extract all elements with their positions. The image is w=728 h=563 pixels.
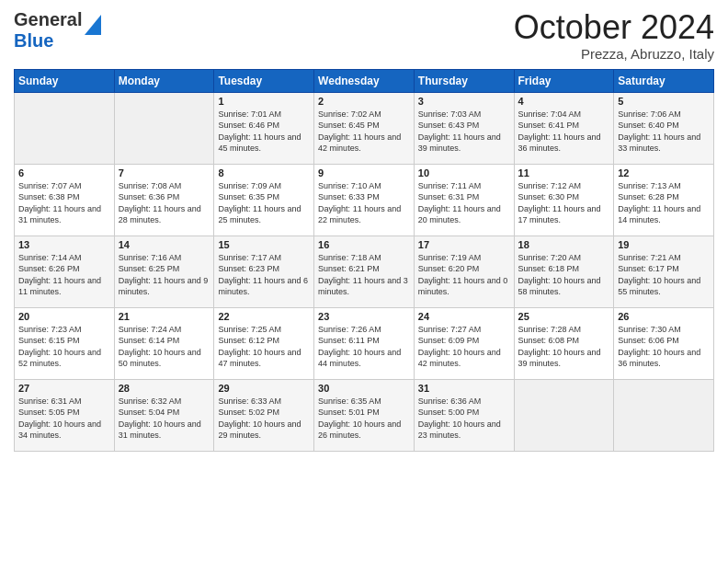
week-row-3: 13Sunrise: 7:14 AM Sunset: 6:26 PM Dayli… xyxy=(15,236,714,307)
day-detail: Sunrise: 7:20 AM Sunset: 6:18 PM Dayligh… xyxy=(518,252,610,298)
day-detail: Sunrise: 7:13 AM Sunset: 6:28 PM Dayligh… xyxy=(618,180,710,226)
day-number: 29 xyxy=(218,383,310,394)
day-number: 7 xyxy=(119,167,210,178)
day-number: 13 xyxy=(18,239,110,250)
calendar-cell: 13Sunrise: 7:14 AM Sunset: 6:26 PM Dayli… xyxy=(15,236,115,307)
calendar-cell: 25Sunrise: 7:28 AM Sunset: 6:08 PM Dayli… xyxy=(514,307,614,379)
calendar-cell: 4Sunrise: 7:04 AM Sunset: 6:41 PM Daylig… xyxy=(514,92,614,164)
weekday-header-monday: Monday xyxy=(114,69,214,92)
day-number: 30 xyxy=(318,383,410,394)
weekday-header-thursday: Thursday xyxy=(414,69,514,92)
calendar-cell: 26Sunrise: 7:30 AM Sunset: 6:06 PM Dayli… xyxy=(614,307,714,379)
calendar-cell: 31Sunrise: 6:36 AM Sunset: 5:00 PM Dayli… xyxy=(414,379,514,451)
week-row-5: 27Sunrise: 6:31 AM Sunset: 5:05 PM Dayli… xyxy=(15,379,714,451)
day-detail: Sunrise: 7:01 AM Sunset: 6:46 PM Dayligh… xyxy=(218,109,310,155)
logo-text: General Blue xyxy=(14,9,82,52)
header: General Blue October 2024 Prezza, Abruzz… xyxy=(14,9,714,62)
day-detail: Sunrise: 6:33 AM Sunset: 5:02 PM Dayligh… xyxy=(218,396,310,442)
day-number: 4 xyxy=(518,96,610,107)
day-number: 14 xyxy=(119,239,210,250)
calendar-cell: 3Sunrise: 7:03 AM Sunset: 6:43 PM Daylig… xyxy=(414,92,514,164)
day-detail: Sunrise: 6:35 AM Sunset: 5:01 PM Dayligh… xyxy=(318,396,410,442)
weekday-header-saturday: Saturday xyxy=(614,69,714,92)
month-title: October 2024 xyxy=(514,9,714,46)
calendar-cell: 12Sunrise: 7:13 AM Sunset: 6:28 PM Dayli… xyxy=(614,164,714,236)
day-detail: Sunrise: 6:36 AM Sunset: 5:00 PM Dayligh… xyxy=(418,396,510,442)
day-detail: Sunrise: 7:21 AM Sunset: 6:17 PM Dayligh… xyxy=(618,252,710,298)
day-number: 16 xyxy=(318,239,410,250)
day-number: 6 xyxy=(18,167,110,178)
calendar-cell xyxy=(15,92,115,164)
calendar-cell: 19Sunrise: 7:21 AM Sunset: 6:17 PM Dayli… xyxy=(614,236,714,307)
day-number: 11 xyxy=(518,167,610,178)
day-number: 28 xyxy=(119,383,210,394)
day-number: 27 xyxy=(18,383,110,394)
day-detail: Sunrise: 7:03 AM Sunset: 6:43 PM Dayligh… xyxy=(418,109,510,155)
day-detail: Sunrise: 7:09 AM Sunset: 6:35 PM Dayligh… xyxy=(218,180,310,226)
day-detail: Sunrise: 7:30 AM Sunset: 6:06 PM Dayligh… xyxy=(618,324,710,370)
calendar-cell: 22Sunrise: 7:25 AM Sunset: 6:12 PM Dayli… xyxy=(214,307,314,379)
day-number: 15 xyxy=(218,239,310,250)
calendar-cell: 27Sunrise: 6:31 AM Sunset: 5:05 PM Dayli… xyxy=(15,379,115,451)
calendar-cell: 15Sunrise: 7:17 AM Sunset: 6:23 PM Dayli… xyxy=(214,236,314,307)
calendar-cell: 24Sunrise: 7:27 AM Sunset: 6:09 PM Dayli… xyxy=(414,307,514,379)
day-number: 23 xyxy=(318,311,410,322)
calendar-cell: 11Sunrise: 7:12 AM Sunset: 6:30 PM Dayli… xyxy=(514,164,614,236)
day-detail: Sunrise: 7:04 AM Sunset: 6:41 PM Dayligh… xyxy=(518,109,610,155)
logo-general: General xyxy=(14,9,82,29)
day-number: 19 xyxy=(618,239,710,250)
day-number: 22 xyxy=(218,311,310,322)
day-detail: Sunrise: 7:11 AM Sunset: 6:31 PM Dayligh… xyxy=(418,180,510,226)
calendar-table: SundayMondayTuesdayWednesdayThursdayFrid… xyxy=(14,69,714,452)
day-detail: Sunrise: 7:25 AM Sunset: 6:12 PM Dayligh… xyxy=(218,324,310,370)
calendar-cell: 2Sunrise: 7:02 AM Sunset: 6:45 PM Daylig… xyxy=(314,92,415,164)
calendar-cell: 10Sunrise: 7:11 AM Sunset: 6:31 PM Dayli… xyxy=(414,164,514,236)
calendar-cell: 23Sunrise: 7:26 AM Sunset: 6:11 PM Dayli… xyxy=(314,307,415,379)
day-number: 26 xyxy=(618,311,710,322)
day-detail: Sunrise: 7:14 AM Sunset: 6:26 PM Dayligh… xyxy=(18,252,110,298)
calendar-cell: 21Sunrise: 7:24 AM Sunset: 6:14 PM Dayli… xyxy=(114,307,214,379)
day-number: 3 xyxy=(418,96,510,107)
day-number: 20 xyxy=(18,311,110,322)
day-detail: Sunrise: 7:06 AM Sunset: 6:40 PM Dayligh… xyxy=(618,109,710,155)
calendar-cell xyxy=(114,92,214,164)
weekday-header-friday: Friday xyxy=(514,69,614,92)
day-number: 12 xyxy=(618,167,710,178)
day-detail: Sunrise: 7:24 AM Sunset: 6:14 PM Dayligh… xyxy=(119,324,210,370)
calendar-cell: 30Sunrise: 6:35 AM Sunset: 5:01 PM Dayli… xyxy=(314,379,415,451)
week-row-1: 1Sunrise: 7:01 AM Sunset: 6:46 PM Daylig… xyxy=(15,92,714,164)
week-row-4: 20Sunrise: 7:23 AM Sunset: 6:15 PM Dayli… xyxy=(15,307,714,379)
logo: General Blue xyxy=(14,9,101,52)
day-detail: Sunrise: 7:07 AM Sunset: 6:38 PM Dayligh… xyxy=(18,180,110,226)
calendar-cell: 5Sunrise: 7:06 AM Sunset: 6:40 PM Daylig… xyxy=(614,92,714,164)
day-number: 9 xyxy=(318,167,410,178)
week-row-2: 6Sunrise: 7:07 AM Sunset: 6:38 PM Daylig… xyxy=(15,164,714,236)
location: Prezza, Abruzzo, Italy xyxy=(514,46,714,62)
day-number: 2 xyxy=(318,96,410,107)
calendar-cell: 8Sunrise: 7:09 AM Sunset: 6:35 PM Daylig… xyxy=(214,164,314,236)
day-detail: Sunrise: 6:32 AM Sunset: 5:04 PM Dayligh… xyxy=(119,396,210,442)
day-detail: Sunrise: 7:17 AM Sunset: 6:23 PM Dayligh… xyxy=(218,252,310,298)
calendar-cell: 28Sunrise: 6:32 AM Sunset: 5:04 PM Dayli… xyxy=(114,379,214,451)
weekday-header-tuesday: Tuesday xyxy=(214,69,314,92)
logo-blue: Blue xyxy=(14,30,53,51)
calendar-cell: 17Sunrise: 7:19 AM Sunset: 6:20 PM Dayli… xyxy=(414,236,514,307)
day-detail: Sunrise: 7:26 AM Sunset: 6:11 PM Dayligh… xyxy=(318,324,410,370)
calendar-cell: 18Sunrise: 7:20 AM Sunset: 6:18 PM Dayli… xyxy=(514,236,614,307)
calendar-cell xyxy=(514,379,614,451)
day-number: 8 xyxy=(218,167,310,178)
day-number: 31 xyxy=(418,383,510,394)
day-detail: Sunrise: 7:18 AM Sunset: 6:21 PM Dayligh… xyxy=(318,252,410,298)
day-detail: Sunrise: 7:08 AM Sunset: 6:36 PM Dayligh… xyxy=(119,180,210,226)
day-detail: Sunrise: 7:02 AM Sunset: 6:45 PM Dayligh… xyxy=(318,109,410,155)
calendar-cell: 1Sunrise: 7:01 AM Sunset: 6:46 PM Daylig… xyxy=(214,92,314,164)
calendar-cell: 14Sunrise: 7:16 AM Sunset: 6:25 PM Dayli… xyxy=(114,236,214,307)
day-number: 10 xyxy=(418,167,510,178)
calendar-cell: 20Sunrise: 7:23 AM Sunset: 6:15 PM Dayli… xyxy=(15,307,115,379)
weekday-header-sunday: Sunday xyxy=(15,69,115,92)
logo-triangle-icon xyxy=(85,15,101,35)
day-number: 17 xyxy=(418,239,510,250)
day-number: 1 xyxy=(218,96,310,107)
day-detail: Sunrise: 7:10 AM Sunset: 6:33 PM Dayligh… xyxy=(318,180,410,226)
page-container: General Blue October 2024 Prezza, Abruzz… xyxy=(0,0,728,461)
